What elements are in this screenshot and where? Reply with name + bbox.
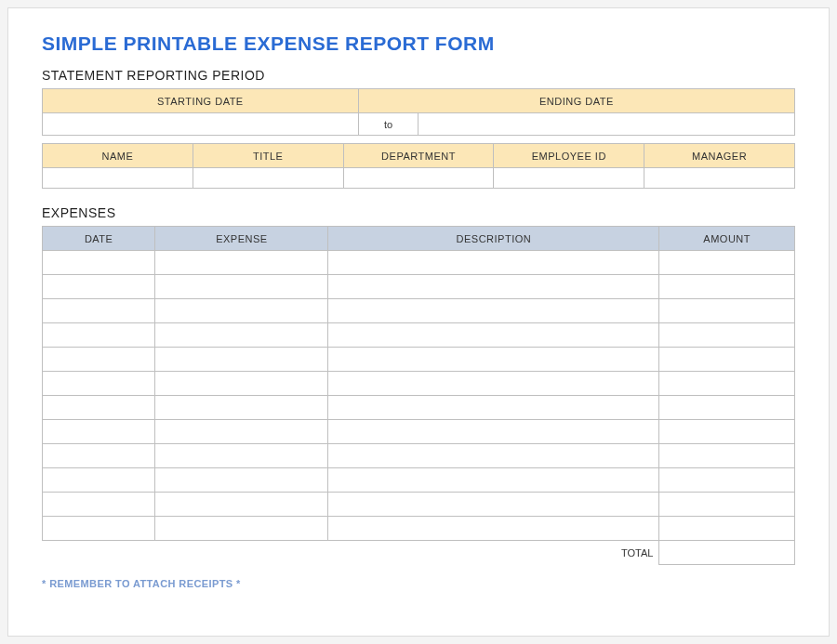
exp-description-cell[interactable] xyxy=(328,493,659,517)
exp-amount-cell[interactable] xyxy=(659,396,795,420)
expenses-table: DATE EXPENSE DESCRIPTION AMOUNT TOTAL xyxy=(42,226,795,565)
exp-date-cell[interactable] xyxy=(43,275,155,299)
exp-date-cell[interactable] xyxy=(43,396,155,420)
exp-amount-cell[interactable] xyxy=(659,299,795,323)
exp-date-cell[interactable] xyxy=(43,348,155,372)
expense-report-form: SIMPLE PRINTABLE EXPENSE REPORT FORM STA… xyxy=(7,7,830,637)
exp-description-cell[interactable] xyxy=(328,396,659,420)
receipts-footnote: * REMEMBER TO ATTACH RECEIPTS * xyxy=(42,578,795,589)
exp-amount-cell[interactable] xyxy=(659,348,795,372)
exp-expense-cell[interactable] xyxy=(155,299,328,323)
table-row xyxy=(43,275,795,299)
exp-date-cell[interactable] xyxy=(43,299,155,323)
exp-expense-cell[interactable] xyxy=(155,348,328,372)
period-table: STARTING DATE ENDING DATE to xyxy=(42,88,795,136)
table-row xyxy=(43,251,795,275)
table-row xyxy=(43,299,795,323)
table-row xyxy=(43,444,795,468)
exp-amount-cell[interactable] xyxy=(659,275,795,299)
employeeid-header: EMPLOYEE ID xyxy=(494,144,644,168)
table-row xyxy=(43,323,795,348)
name-cell[interactable] xyxy=(43,168,193,189)
period-section-label: STATEMENT REPORTING PERIOD xyxy=(42,68,795,83)
department-cell[interactable] xyxy=(343,168,494,189)
exp-description-cell[interactable] xyxy=(328,372,659,396)
table-row xyxy=(43,517,795,541)
exp-description-cell[interactable] xyxy=(328,348,659,372)
exp-expense-cell[interactable] xyxy=(155,517,328,541)
starting-date-cell[interactable] xyxy=(43,113,359,136)
exp-amount-cell[interactable] xyxy=(659,493,795,517)
exp-description-cell[interactable] xyxy=(328,444,659,468)
exp-expense-cell[interactable] xyxy=(155,493,328,517)
exp-date-cell[interactable] xyxy=(43,468,155,493)
department-header: DEPARTMENT xyxy=(343,144,494,168)
title-cell[interactable] xyxy=(193,168,343,189)
exp-expense-cell[interactable] xyxy=(155,444,328,468)
exp-amount-cell[interactable] xyxy=(659,251,795,275)
page-title: SIMPLE PRINTABLE EXPENSE REPORT FORM xyxy=(42,33,795,55)
table-row xyxy=(43,348,795,372)
exp-expense-header: EXPENSE xyxy=(155,227,328,251)
exp-description-cell[interactable] xyxy=(328,251,659,275)
exp-amount-cell[interactable] xyxy=(659,372,795,396)
exp-expense-cell[interactable] xyxy=(155,323,328,348)
manager-cell[interactable] xyxy=(644,168,795,189)
exp-date-cell[interactable] xyxy=(43,372,155,396)
exp-expense-cell[interactable] xyxy=(155,468,328,493)
exp-date-cell[interactable] xyxy=(43,420,155,444)
total-value-cell[interactable] xyxy=(659,541,795,565)
manager-header: MANAGER xyxy=(644,144,795,168)
title-header: TITLE xyxy=(193,144,343,168)
exp-description-cell[interactable] xyxy=(328,468,659,493)
exp-expense-cell[interactable] xyxy=(155,396,328,420)
exp-expense-cell[interactable] xyxy=(155,275,328,299)
exp-date-cell[interactable] xyxy=(43,493,155,517)
table-row xyxy=(43,420,795,444)
starting-date-header: STARTING DATE xyxy=(43,89,359,113)
name-header: NAME xyxy=(43,144,193,168)
expenses-section-label: EXPENSES xyxy=(42,205,795,220)
exp-date-header: DATE xyxy=(43,227,155,251)
table-row xyxy=(43,372,795,396)
exp-description-cell[interactable] xyxy=(328,517,659,541)
exp-amount-header: AMOUNT xyxy=(659,227,795,251)
table-row xyxy=(43,493,795,517)
exp-expense-cell[interactable] xyxy=(155,372,328,396)
employeeid-cell[interactable] xyxy=(494,168,644,189)
exp-description-cell[interactable] xyxy=(328,420,659,444)
total-label: TOTAL xyxy=(328,541,659,565)
table-row xyxy=(43,396,795,420)
exp-expense-cell[interactable] xyxy=(155,420,328,444)
ending-date-header: ENDING DATE xyxy=(358,89,794,113)
exp-amount-cell[interactable] xyxy=(659,444,795,468)
exp-description-cell[interactable] xyxy=(328,323,659,348)
table-row xyxy=(43,468,795,493)
exp-amount-cell[interactable] xyxy=(659,323,795,348)
exp-date-cell[interactable] xyxy=(43,444,155,468)
exp-amount-cell[interactable] xyxy=(659,468,795,493)
exp-amount-cell[interactable] xyxy=(659,517,795,541)
exp-expense-cell[interactable] xyxy=(155,251,328,275)
ending-date-cell[interactable] xyxy=(418,113,795,136)
exp-description-header: DESCRIPTION xyxy=(328,227,659,251)
exp-description-cell[interactable] xyxy=(328,299,659,323)
exp-date-cell[interactable] xyxy=(43,251,155,275)
exp-amount-cell[interactable] xyxy=(659,420,795,444)
period-to-label: to xyxy=(358,113,418,136)
exp-description-cell[interactable] xyxy=(328,275,659,299)
exp-date-cell[interactable] xyxy=(43,323,155,348)
employee-table: NAME TITLE DEPARTMENT EMPLOYEE ID MANAGE… xyxy=(42,143,795,189)
exp-date-cell[interactable] xyxy=(43,517,155,541)
